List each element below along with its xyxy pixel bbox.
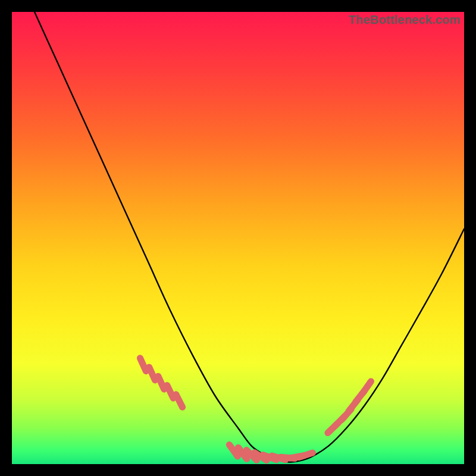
curve-marker [158,376,164,389]
curve-marker [299,453,313,457]
bottleneck-curve [35,12,464,462]
curve-marker [363,381,371,393]
chart-svg [12,12,464,464]
marker-group [140,358,371,461]
chart-frame: TheBottleneck.com [12,12,464,464]
curve-marker [140,358,146,371]
curve-marker [167,386,173,399]
curve-marker [149,367,155,380]
curve-marker [176,394,183,407]
